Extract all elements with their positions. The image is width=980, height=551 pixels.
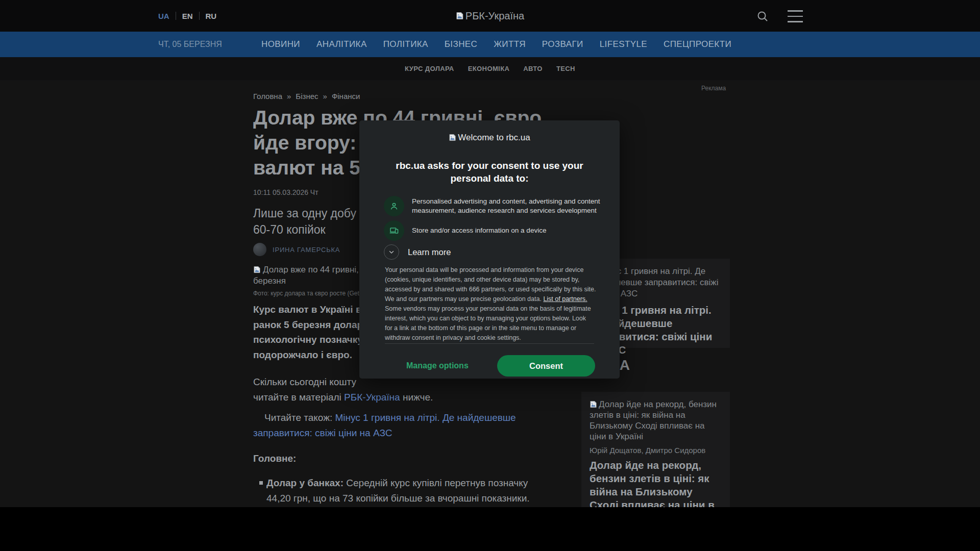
breadcrumb-home[interactable]: Головна bbox=[253, 92, 282, 101]
nav-item-rozvahy[interactable]: РОЗВАГИ bbox=[542, 39, 583, 49]
nav-item-spetsproekty[interactable]: СПЕЦПРОЕКТИ bbox=[664, 39, 731, 49]
sidebar-article-card[interactable]: Долар йде на рекорд, бензин злетів в цін… bbox=[581, 392, 730, 507]
broken-image-icon bbox=[590, 400, 597, 408]
list-item: Долар у банках: Середній курс купівлі пе… bbox=[253, 475, 536, 506]
read-also-link[interactable]: Мінус 1 гривня на літрі. Де найдешевше bbox=[335, 412, 516, 423]
nav-items: НОВИНИ АНАЛІТИКА ПОЛІТИКА БІЗНЕС ЖИТТЯ Р… bbox=[261, 32, 731, 57]
sub-nav: КУРС ДОЛАРА ЕКОНОМІКА АВТО TECH bbox=[0, 57, 980, 80]
hamburger-icon bbox=[788, 10, 803, 22]
read-also-link[interactable]: заправитися: свіжі ціни на АЗС bbox=[253, 428, 392, 438]
nav-item-lifestyle[interactable]: LIFESTYLE bbox=[600, 39, 647, 49]
broken-image-icon bbox=[253, 266, 261, 273]
consent-button[interactable]: Consent bbox=[497, 355, 595, 377]
devices-icon bbox=[384, 220, 404, 241]
avatar bbox=[253, 243, 266, 256]
consent-purpose-store-access: Store and/or access information on a dev… bbox=[384, 220, 546, 241]
divider bbox=[385, 343, 594, 344]
lang-ru[interactable]: RU bbox=[200, 12, 223, 20]
nav-item-zhyttia[interactable]: ЖИТТЯ bbox=[494, 39, 526, 49]
broken-image-icon bbox=[456, 12, 464, 20]
menu-button[interactable] bbox=[786, 7, 804, 26]
sidebar-article-authors: Юрій Дощатов, Дмитро Сидоров bbox=[590, 446, 722, 455]
language-switcher: UA EN RU bbox=[158, 0, 223, 32]
logo-text: РБК-Україна bbox=[465, 10, 524, 22]
manage-options-button[interactable]: Manage options bbox=[406, 355, 469, 377]
article-datetime: 10:11 05.03.2026 Чт bbox=[253, 188, 318, 196]
author-row: ІРИНА ГАМЕРСЬКА bbox=[253, 243, 340, 256]
consent-dialog: Welcome to rbc.ua rbc.ua asks for your c… bbox=[359, 120, 620, 379]
subnav-tech[interactable]: TECH bbox=[556, 65, 575, 72]
person-icon bbox=[384, 196, 404, 216]
key-points-heading: Головне: bbox=[253, 453, 296, 464]
consent-paragraph-2: Some vendors may process your personal d… bbox=[385, 304, 591, 343]
page: UA EN RU РБК-Україна ЧТ, 05 БЕРЕЗНЯ НОВИ… bbox=[0, 0, 980, 551]
search-button[interactable] bbox=[753, 7, 772, 26]
consent-paragraph-1: Your personal data will be processed and… bbox=[385, 265, 596, 304]
learn-more-toggle[interactable]: Learn more bbox=[384, 244, 451, 260]
nav-item-polityka[interactable]: ПОЛІТИКА bbox=[383, 39, 428, 49]
consent-heading: rbc.ua asks for your consent to use your… bbox=[359, 159, 620, 185]
main-nav: ЧТ, 05 БЕРЕЗНЯ НОВИНИ АНАЛІТИКА ПОЛІТИКА… bbox=[0, 32, 980, 57]
nav-item-biznes[interactable]: БІЗНЕС bbox=[445, 39, 477, 49]
top-header: UA EN RU РБК-Україна bbox=[0, 0, 980, 32]
lang-en[interactable]: EN bbox=[176, 12, 199, 20]
subnav-kurs-dolara[interactable]: КУРС ДОЛАРА bbox=[405, 65, 454, 72]
rbc-ukraine-link[interactable]: РБК-Україна bbox=[344, 392, 400, 403]
nav-item-analityka[interactable]: АНАЛІТИКА bbox=[316, 39, 367, 49]
nav-date: ЧТ, 05 БЕРЕЗНЯ bbox=[158, 32, 222, 57]
breadcrumb: Головна » Бізнес » Фінанси bbox=[253, 92, 360, 101]
author-link[interactable]: ІРИНА ГАМЕРСЬКА bbox=[273, 246, 340, 254]
chevron-down-icon bbox=[384, 244, 399, 260]
article-intro-bold: Курс валют в Україні во ранок 5 березня … bbox=[253, 302, 368, 362]
site-logo[interactable]: РБК-Україна bbox=[456, 0, 524, 32]
breadcrumb-biznes[interactable]: Бізнес bbox=[296, 92, 318, 101]
lang-ua[interactable]: UA bbox=[158, 12, 176, 20]
subnav-avto[interactable]: АВТО bbox=[523, 65, 543, 72]
consent-welcome: Welcome to rbc.ua bbox=[359, 133, 620, 143]
bullet-icon bbox=[259, 481, 263, 485]
article-paragraph: Скільки сьогодні кошту читайте в матеріа… bbox=[253, 374, 433, 405]
breadcrumb-separator: » bbox=[323, 92, 327, 101]
consent-purpose-personalised-ads: Personalised advertising and content, ad… bbox=[384, 196, 600, 216]
ad-label: Реклама bbox=[701, 85, 726, 92]
sidebar-image-placeholder: Долар йде на рекорд, бензин злетів в цін… bbox=[590, 399, 722, 442]
read-also-block: Читайте також: Мінус 1 гривня на літрі. … bbox=[253, 410, 516, 441]
footer-area bbox=[0, 507, 980, 551]
broken-image-icon bbox=[449, 134, 456, 141]
breadcrumb-separator: » bbox=[287, 92, 291, 101]
nav-item-novyny[interactable]: НОВИНИ bbox=[261, 39, 300, 49]
subnav-ekonomika[interactable]: ЕКОНОМІКА bbox=[468, 65, 510, 72]
list-of-partners-link[interactable]: List of partners. bbox=[543, 295, 587, 303]
breadcrumb-finansy[interactable]: Фінанси bbox=[332, 92, 360, 101]
search-icon bbox=[756, 10, 769, 22]
